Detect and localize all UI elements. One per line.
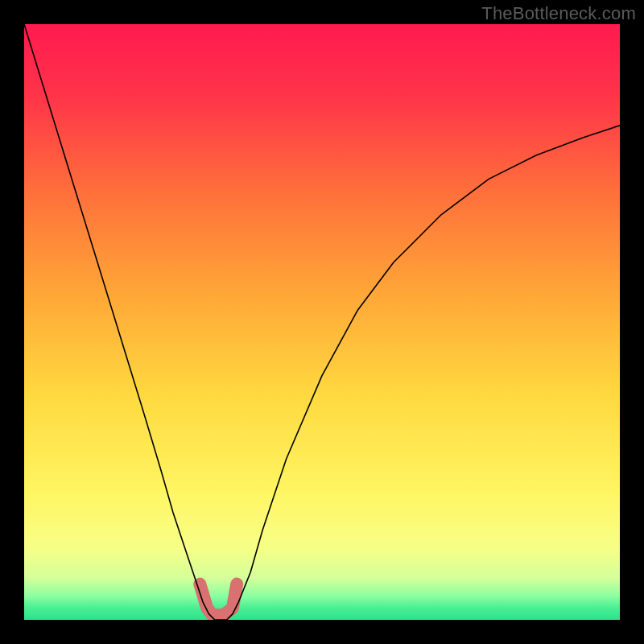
chart-frame: TheBottleneck.com <box>0 0 644 644</box>
gradient-background <box>24 24 620 620</box>
bottleneck-chart <box>24 24 620 620</box>
watermark-text: TheBottleneck.com <box>481 3 636 24</box>
plot-area <box>24 24 620 620</box>
